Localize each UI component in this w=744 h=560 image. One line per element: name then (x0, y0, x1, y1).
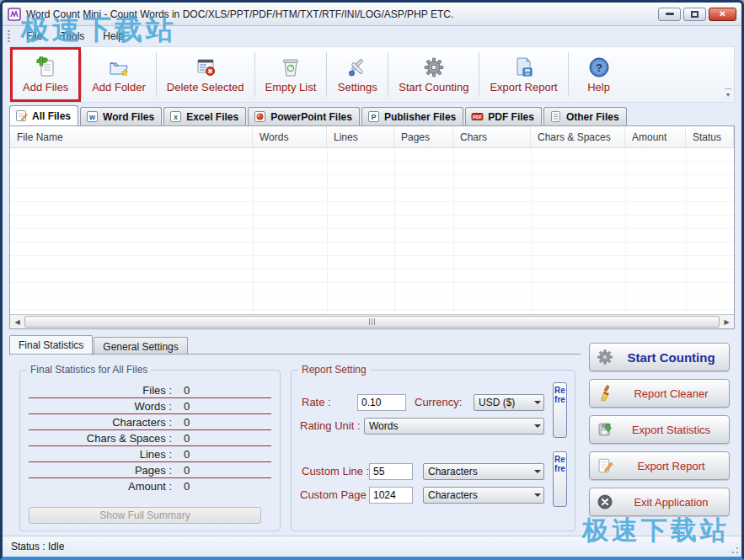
tab-other-files[interactable]: Other Files (543, 107, 627, 125)
custom-page-input[interactable] (369, 487, 413, 504)
stat-value: 0 (184, 432, 190, 445)
export-statistics-button[interactable]: Export Statistics (589, 415, 730, 444)
menu-tools[interactable]: Tools (51, 28, 94, 45)
stat-label: Chars & Spaces : (29, 432, 172, 445)
tab-powerpoint-files[interactable]: PowerPoint Files (248, 107, 360, 125)
column-header-pages[interactable]: Pages (394, 126, 453, 147)
export-report-button[interactable]: Export Report (589, 451, 730, 480)
add-folder-icon (108, 56, 130, 78)
custom-page-unit-select[interactable]: Characters (423, 487, 544, 504)
pdf-icon: PDF (471, 110, 484, 123)
action-label: Exit Application (620, 496, 722, 509)
custom-line-unit-select[interactable]: Characters (423, 463, 544, 480)
menu-bar: File Tools Help (3, 26, 741, 45)
menu-grip (8, 30, 10, 42)
stat-label: Characters : (29, 416, 172, 429)
resize-grip[interactable] (731, 546, 739, 554)
column-header-status[interactable]: Status (686, 126, 734, 147)
stat-value: 0 (184, 448, 190, 461)
action-label: Start Counting (620, 350, 722, 365)
empty-list-button[interactable]: Empty List (255, 47, 327, 102)
broom-icon (597, 385, 613, 402)
toolbar-button-label: Delete Selected (167, 81, 244, 93)
tab-label: Excel Files (186, 111, 238, 123)
rating-unit-select[interactable]: Words (364, 418, 544, 435)
refresh-custom-button[interactable]: Refre (553, 451, 567, 507)
export-report-toolbar-button[interactable]: Export Report (479, 47, 567, 102)
close-icon: ✕ (719, 10, 725, 19)
tab-excel-files[interactable]: x Excel Files (163, 107, 246, 125)
stat-label: Files : (29, 384, 172, 397)
svg-text:x: x (174, 113, 178, 121)
rating-unit-value: Words (365, 420, 532, 432)
column-header-lines[interactable]: Lines (327, 126, 394, 147)
toolbar-overflow-chevron[interactable]: —▾ (725, 85, 731, 99)
report-setting-group: Report Setting Rate : Currency: USD ($) … (291, 370, 575, 531)
start-counting-toolbar-button[interactable]: Start Counting (388, 47, 479, 102)
settings-button[interactable]: Settings (327, 47, 388, 102)
stat-value: 0 (184, 480, 190, 493)
stat-value: 0 (184, 384, 190, 397)
tab-general-settings[interactable]: General Settings (94, 337, 187, 355)
final-statistics-group: Final Statistics for All Files Files : 0… (19, 370, 281, 531)
custom-line-label: Custom Line : (302, 465, 369, 477)
scroll-left-arrow[interactable]: ◀ (10, 315, 24, 328)
window-title: Word Count Mini - Count Words in DOC/XLS… (26, 8, 658, 20)
tab-publisher-files[interactable]: P Publisher Files (361, 107, 463, 125)
column-header-file-name[interactable]: File Name (10, 126, 253, 147)
start-counting-button[interactable]: Start Counting (589, 343, 730, 371)
refresh-rate-button[interactable]: Refre (553, 382, 567, 438)
status-bar: Status : Idle (3, 536, 741, 557)
toolbar-button-label: Export Report (490, 81, 557, 93)
rate-input[interactable] (357, 394, 406, 411)
exit-application-button[interactable]: Exit Application (589, 488, 730, 516)
chevron-down-icon (532, 421, 543, 431)
export-statistics-icon (597, 421, 613, 438)
column-header-chars-spaces[interactable]: Chars & Spaces (531, 126, 625, 147)
rate-label: Rate : (302, 396, 331, 408)
bottom-panel: Final Statistics General Settings Final … (9, 334, 735, 531)
menu-help[interactable]: Help (94, 28, 133, 45)
status-text: Status : Idle (11, 541, 64, 552)
toolbar-button-label: Help (587, 81, 610, 93)
custom-line-input[interactable] (369, 463, 413, 480)
file-list-body[interactable] (10, 148, 734, 314)
add-folder-button[interactable]: Add Folder (82, 47, 156, 102)
help-button[interactable]: ? Help (569, 47, 629, 102)
toolbar: Add Files Add Folder Delete Selected (9, 46, 735, 103)
column-header-amount[interactable]: Amount (625, 126, 686, 147)
report-cleaner-button[interactable]: Report Cleaner (589, 379, 730, 408)
tab-word-files[interactable]: w Word Files (80, 107, 162, 125)
currency-label: Currency: (415, 396, 462, 408)
maximize-button[interactable] (683, 8, 706, 21)
tab-label: Other Files (566, 111, 619, 123)
minimize-button[interactable] (658, 8, 681, 21)
stat-row-lines: Lines : 0 (29, 446, 271, 462)
stat-row-characters: Characters : 0 (29, 414, 271, 430)
svg-text:PDF: PDF (473, 115, 483, 120)
column-header-chars[interactable]: Chars (453, 126, 531, 147)
column-header-words[interactable]: Words (253, 126, 327, 147)
show-full-summary-button[interactable]: Show Full Summary (29, 507, 261, 524)
horizontal-scrollbar[interactable]: ◀ ▶ (10, 314, 734, 328)
custom-line-unit-value: Characters (424, 466, 532, 477)
stat-value: 0 (184, 464, 190, 477)
settings-icon (346, 56, 368, 78)
close-button[interactable]: ✕ (709, 8, 736, 21)
scroll-right-arrow[interactable]: ▶ (720, 315, 734, 328)
file-list: File Name Words Lines Pages Chars Chars … (9, 125, 735, 329)
add-files-button[interactable]: Add Files (10, 47, 81, 102)
file-type-tabs: All Files w Word Files x Excel Files Pow… (9, 104, 735, 125)
stat-row-words: Words : 0 (29, 398, 271, 414)
delete-selected-button[interactable]: Delete Selected (157, 47, 254, 102)
menu-file[interactable]: File (17, 28, 51, 45)
maximize-icon (691, 11, 699, 18)
scrollbar-thumb[interactable] (24, 316, 720, 328)
tab-all-files[interactable]: All Files (9, 105, 78, 126)
tab-final-statistics[interactable]: Final Statistics (9, 335, 93, 355)
tab-label: Publisher Files (384, 111, 456, 123)
chevron-down-icon (532, 467, 543, 477)
currency-select[interactable]: USD ($) (474, 394, 544, 411)
tab-pdf-files[interactable]: PDF PDF Files (465, 107, 542, 125)
stat-value: 0 (184, 416, 190, 429)
